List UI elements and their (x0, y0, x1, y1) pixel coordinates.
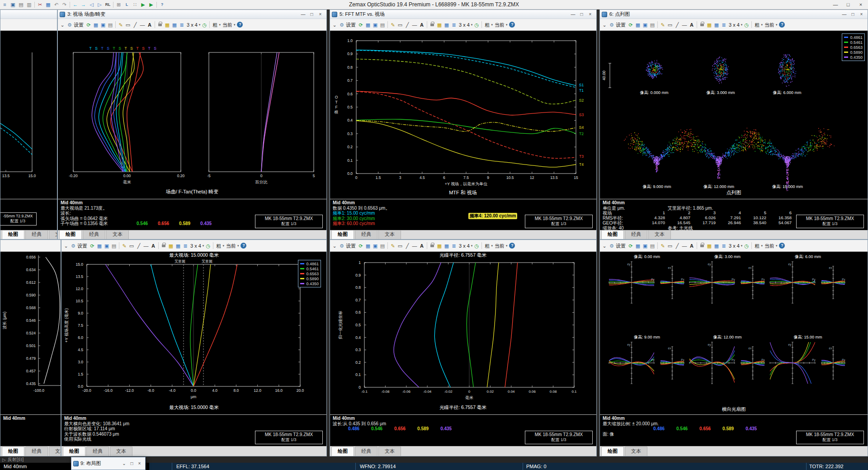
window-titlebar[interactable] (0, 10, 57, 19)
clock-icon[interactable]: ◷ (205, 242, 211, 250)
window-minimize-button[interactable]: — (840, 11, 849, 18)
settings-button[interactable]: ⚙设置 (339, 21, 357, 29)
rectangle-tool-icon[interactable]: ▭ (397, 21, 403, 29)
grid-size-dropdown[interactable]: 3 x 4▾ (186, 21, 200, 29)
grid-blue-icon[interactable]: ▦ (175, 242, 181, 250)
app-maximize-button[interactable]: □ (842, 0, 854, 9)
app-close-button[interactable]: × (854, 0, 867, 9)
clock-icon[interactable]: ◷ (473, 242, 480, 250)
tab-绘图[interactable]: 绘图 (331, 230, 354, 239)
lock-icon[interactable] (700, 244, 704, 247)
grid-blue-icon[interactable]: ▦ (171, 21, 178, 29)
analysis-menu-chevron[interactable]: ⌄ (331, 242, 338, 250)
copy-graphic-icon[interactable]: ▦ (96, 242, 103, 250)
copy-graphic-icon[interactable]: ▦ (93, 21, 99, 29)
layers-icon[interactable]: ≣ (721, 21, 727, 29)
rectangle-tool-icon[interactable]: ▭ (128, 242, 135, 250)
tab-经典[interactable]: 经典 (355, 230, 377, 239)
window-restore-button[interactable]: □ (849, 11, 857, 18)
lock-icon[interactable] (162, 244, 165, 247)
tab-绘图[interactable]: 绘图 (601, 446, 624, 456)
pencil-tool-icon[interactable]: ✎ (118, 21, 124, 29)
pencil-tool-icon[interactable]: ✎ (121, 242, 127, 250)
window-close-button[interactable]: × (586, 11, 594, 18)
refresh-icon[interactable]: ⟳ (627, 21, 634, 29)
config-dropdown[interactable]: 当前▾ (222, 21, 236, 29)
layers-icon[interactable]: ≣ (721, 242, 727, 250)
save-graphic-icon[interactable]: ▣ (642, 242, 648, 250)
save-graphic-icon[interactable]: ▣ (372, 21, 378, 29)
grid-size-dropdown[interactable]: 3 x 4▾ (458, 242, 472, 250)
app-minimize-button[interactable]: — (829, 0, 842, 9)
floating-close-button[interactable]: × (136, 460, 143, 467)
grid-blue-icon[interactable]: ▦ (713, 21, 720, 29)
hline-tool-icon[interactable]: — (411, 242, 418, 250)
analysis-menu-chevron[interactable]: ⌄ (601, 21, 608, 29)
tab-经典[interactable]: 经典 (355, 446, 377, 456)
floating-menu-chevron[interactable]: ⌄ (120, 460, 128, 467)
grid-gold-icon[interactable]: ▦ (706, 21, 712, 29)
grid-gold-icon[interactable]: ▦ (164, 21, 170, 29)
clock-icon[interactable]: ◷ (201, 21, 208, 29)
rectangle-tool-icon[interactable]: ▭ (125, 21, 131, 29)
help-icon[interactable]: ? (509, 243, 515, 249)
help-icon[interactable]: ? (241, 243, 246, 249)
print-graphic-icon[interactable]: ▤ (649, 21, 656, 29)
settings-button[interactable]: ⚙设置 (609, 242, 627, 250)
window-titlebar[interactable]: 5: FFT MTF vs. 视场 —□× (330, 10, 596, 19)
print-graphic-icon[interactable]: ▤ (107, 21, 113, 29)
line-thickness-dropdown[interactable]: 粗▾ (484, 21, 493, 29)
window-minimize-button[interactable]: — (299, 11, 307, 18)
window-titlebar[interactable]: 3: 视场 场曲/畸变 —□× (58, 10, 326, 19)
save-graphic-icon[interactable]: ▣ (100, 21, 106, 29)
window-restore-button[interactable]: □ (307, 11, 316, 18)
line-tool-icon[interactable]: ╱ (404, 21, 410, 29)
pencil-tool-icon[interactable]: ✎ (660, 21, 666, 29)
settings-button[interactable]: ⚙设置 (66, 21, 85, 29)
line-tool-icon[interactable]: ╱ (404, 242, 410, 250)
layers-icon[interactable]: ≣ (451, 21, 457, 29)
tab-经典[interactable]: 经典 (86, 446, 109, 456)
print-graphic-icon[interactable]: ▤ (111, 242, 117, 250)
lock-icon[interactable] (430, 244, 434, 247)
line-thickness-dropdown[interactable]: 粗▾ (754, 242, 763, 250)
refresh-icon[interactable]: ⟳ (358, 21, 364, 29)
window-minimize-button[interactable]: — (569, 11, 577, 18)
layers-icon[interactable]: ≣ (179, 21, 185, 29)
tab-文本[interactable]: 文本 (106, 230, 129, 239)
grid-size-dropdown[interactable]: 3 x 4▾ (189, 242, 204, 250)
save-graphic-icon[interactable]: ▣ (372, 242, 378, 250)
layers-icon[interactable]: ≣ (182, 242, 189, 250)
tab-绘图[interactable]: 绘图 (2, 230, 24, 239)
line-tool-icon[interactable]: ╱ (132, 21, 138, 29)
config-dropdown[interactable]: 当前▾ (494, 21, 508, 29)
grid-blue-icon[interactable]: ▦ (443, 21, 450, 29)
hline-tool-icon[interactable]: — (681, 242, 688, 250)
text-tool-icon[interactable]: A (689, 21, 695, 29)
hline-tool-icon[interactable]: — (681, 21, 688, 29)
save-graphic-icon[interactable]: ▣ (104, 242, 110, 250)
lock-icon[interactable] (158, 24, 162, 26)
grid-gold-icon[interactable]: ▦ (168, 242, 174, 250)
pencil-tool-icon[interactable]: ✎ (390, 242, 396, 250)
tab-文本[interactable]: 文本 (378, 446, 401, 456)
line-thickness-dropdown[interactable]: 粗▾ (212, 21, 221, 29)
pencil-tool-icon[interactable]: ✎ (660, 242, 666, 250)
analysis-menu-chevron[interactable]: ⌄ (601, 242, 608, 250)
window-close-button[interactable]: × (857, 11, 866, 18)
clock-icon[interactable]: ◷ (473, 21, 480, 29)
layers-icon[interactable]: ≣ (451, 242, 457, 250)
copy-graphic-icon[interactable]: ▦ (365, 242, 371, 250)
tab-绘图[interactable]: 绘图 (601, 230, 624, 239)
window-close-button[interactable]: × (316, 11, 325, 18)
text-tool-icon[interactable]: A (419, 242, 425, 250)
window-restore-button[interactable]: □ (577, 11, 586, 18)
grid-gold-icon[interactable]: ▦ (706, 242, 712, 250)
print-graphic-icon[interactable]: ▤ (649, 242, 656, 250)
tab-文本[interactable]: 文本 (110, 446, 132, 456)
grid-size-dropdown[interactable]: 3 x 4▾ (728, 21, 742, 29)
settings-button[interactable]: ⚙设置 (609, 21, 627, 29)
grid-blue-icon[interactable]: ▦ (443, 242, 450, 250)
text-tool-icon[interactable]: A (419, 21, 425, 29)
help-icon[interactable]: ? (779, 22, 785, 28)
